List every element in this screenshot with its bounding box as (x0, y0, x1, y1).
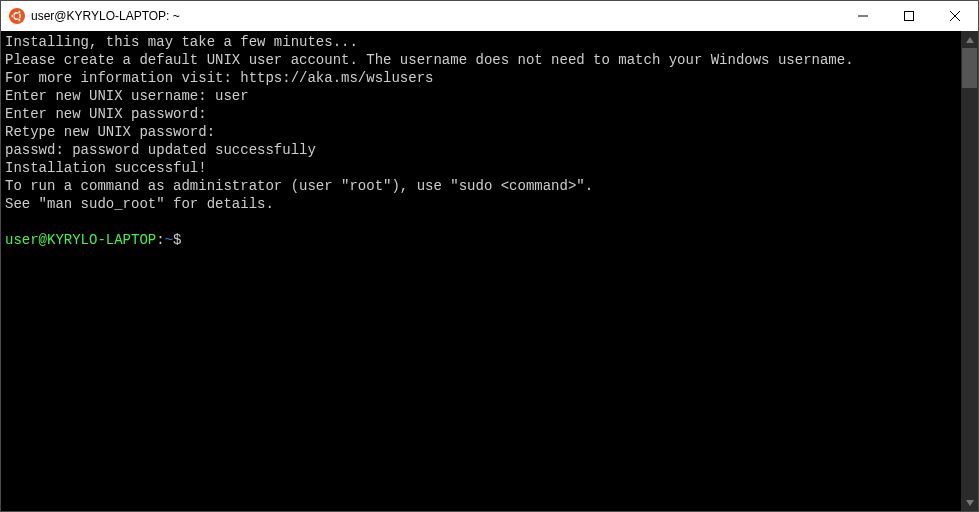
terminal-content[interactable]: Installing, this may take a few minutes.… (1, 31, 961, 511)
prompt-user: user@KYRYLO-LAPTOP (5, 232, 156, 248)
svg-point-2 (11, 15, 14, 18)
window-titlebar: user@KYRYLO-LAPTOP: ~ (1, 1, 978, 31)
prompt-path: ~ (165, 232, 173, 248)
prompt-colon: : (156, 232, 164, 248)
scroll-up-arrow[interactable] (961, 31, 978, 48)
prompt-symbol: $ (173, 232, 190, 248)
terminal-line: For more information visit: https://aka.… (5, 69, 957, 87)
svg-rect-6 (905, 12, 914, 21)
svg-marker-10 (966, 500, 974, 506)
terminal-line: Installing, this may take a few minutes.… (5, 33, 957, 51)
vertical-scrollbar[interactable] (961, 31, 978, 511)
terminal-line: passwd: password updated successfully (5, 141, 957, 159)
terminal-line: Installation successful! (5, 159, 957, 177)
svg-point-3 (18, 11, 21, 14)
terminal-line: Enter new UNIX username: user (5, 87, 957, 105)
minimize-button[interactable] (840, 1, 886, 31)
terminal-area[interactable]: Installing, this may take a few minutes.… (1, 31, 978, 511)
scroll-thumb[interactable] (962, 48, 977, 88)
window-controls (840, 1, 978, 31)
terminal-line (5, 213, 957, 231)
terminal-line: To run a command as administrator (user … (5, 177, 957, 195)
terminal-line: Please create a default UNIX user accoun… (5, 51, 957, 69)
maximize-button[interactable] (886, 1, 932, 31)
terminal-line: Retype new UNIX password: (5, 123, 957, 141)
svg-marker-9 (966, 37, 974, 43)
window-title: user@KYRYLO-LAPTOP: ~ (31, 9, 840, 23)
ubuntu-icon (9, 8, 25, 24)
terminal-line: Enter new UNIX password: (5, 105, 957, 123)
close-button[interactable] (932, 1, 978, 31)
svg-point-4 (18, 18, 21, 21)
scroll-down-arrow[interactable] (961, 494, 978, 511)
terminal-prompt[interactable]: user@KYRYLO-LAPTOP:~$ (5, 231, 957, 249)
terminal-line: See "man sudo_root" for details. (5, 195, 957, 213)
